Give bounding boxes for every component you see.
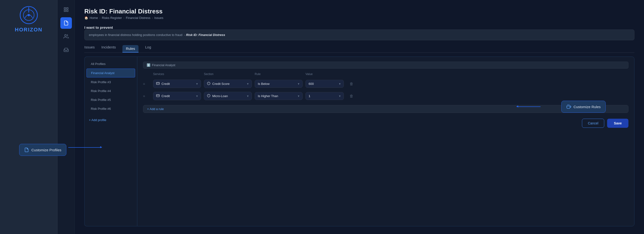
svg-rect-6 (64, 10, 66, 12)
nav-document[interactable] (60, 17, 72, 29)
rule-select-1[interactable]: Is Below ▾ (255, 80, 302, 88)
rule-label-1: Is Below (258, 82, 270, 86)
section-label-1: Credit Score (212, 82, 230, 86)
prevention-risk: Risk ID: Financial Distress (186, 33, 225, 37)
prevention-box: employees in financial distress holding … (84, 30, 634, 40)
profile-risk5[interactable]: Risk Profile #5 (86, 96, 135, 104)
breadcrumb-issues: Issues (154, 16, 164, 20)
service-select-2[interactable]: Credit ▾ (153, 92, 201, 100)
nav-users[interactable] (60, 31, 72, 42)
svg-rect-9 (156, 82, 160, 84)
value-select-2[interactable]: 1 ▾ (306, 92, 344, 100)
prevention-text: employees in financial distress holding … (89, 33, 182, 37)
cancel-button[interactable]: Cancel (582, 119, 604, 128)
brand-name: HORIZON (15, 27, 42, 33)
tab-issues[interactable]: Issues (84, 45, 95, 53)
rule-label-2: Is Higher Than (258, 94, 278, 98)
rule-row-1: ≡ Credit ▾ (143, 80, 628, 88)
info-icon: ℹ️ (146, 63, 150, 67)
header-rule: Rule (255, 72, 302, 76)
profile-risk3[interactable]: Risk Profile #3 (86, 78, 135, 86)
chevron-rule-2: ▾ (298, 94, 300, 98)
drag-handle-2[interactable]: ≡ (143, 94, 150, 98)
customize-rules-icon (566, 104, 571, 109)
section-select-2[interactable]: Micro-Loan ▾ (204, 92, 252, 100)
rule-row-2: ≡ Credit ▾ (143, 92, 628, 100)
nav-sidebar (58, 0, 75, 234)
svg-rect-7 (66, 10, 68, 12)
prevention-label: I want to prevent (84, 26, 634, 30)
value-select-1[interactable]: 600 ▾ (306, 80, 344, 88)
add-profile-button[interactable]: + Add profile (84, 115, 137, 125)
service-label-2: Credit (162, 94, 170, 98)
chevron-value-2: ▾ (339, 94, 341, 98)
rules-panel: ℹ️ Financial Analyst Services Section Ru… (137, 57, 634, 226)
profile-all-profiles[interactable]: All Profiles (86, 60, 135, 68)
panels: All Profiles Financial Analyst Risk Prof… (84, 57, 634, 226)
breadcrumb-distress: Financial Distress (126, 16, 150, 20)
credit-icon-2 (156, 94, 160, 98)
prevention-section: I want to prevent employees in financial… (84, 24, 634, 40)
brand-panel: HORIZON (0, 0, 58, 234)
main-content: Risk ID: Financial Distress 🏠 Home › Ris… (75, 0, 644, 234)
header-value: Value (306, 72, 344, 76)
tab-rules[interactable]: Rules (122, 45, 138, 53)
section-icon-1 (207, 82, 210, 86)
chevron-service-1: ▾ (196, 82, 198, 86)
action-row: Cancel Save (143, 119, 628, 128)
customize-profiles-icon (24, 147, 29, 152)
profile-risk4[interactable]: Risk Profile #4 (86, 87, 135, 95)
delete-rule-1[interactable]: 🗑 (347, 82, 356, 86)
service-label-1: Credit (162, 82, 170, 86)
header-section: Section (204, 72, 252, 76)
profile-risk6[interactable]: Risk Profile #6 (86, 105, 135, 113)
sep2: › (124, 16, 124, 20)
arrow-rules (516, 106, 540, 107)
tab-log[interactable]: Log (145, 45, 151, 53)
breadcrumb-home: Home (90, 16, 98, 20)
home-icon: 🏠 (84, 16, 88, 20)
drag-handle-1[interactable]: ≡ (143, 82, 150, 86)
customize-profiles-callout: Customize Profiles (19, 144, 66, 156)
chevron-service-2: ▾ (196, 94, 198, 98)
chevron-section-1: ▾ (247, 82, 249, 86)
svg-rect-5 (66, 8, 68, 9)
section-label-2: Micro-Loan (212, 94, 228, 98)
rule-column-headers: Services Section Rule Value (143, 72, 628, 76)
section-icon-2 (207, 94, 210, 98)
svg-point-3 (28, 14, 30, 16)
rule-select-2[interactable]: Is Higher Than ▾ (255, 92, 302, 100)
section-select-1[interactable]: Credit Score ▾ (204, 80, 252, 88)
customize-rules-label: Customize Rules (574, 105, 601, 109)
arrow-profiles (68, 147, 102, 148)
tabs-row: Issues Incidents Rules Log (84, 45, 634, 53)
profile-panel: All Profiles Financial Analyst Risk Prof… (84, 57, 137, 226)
chevron-value-1: ▾ (339, 82, 341, 86)
svg-point-8 (64, 35, 66, 36)
nav-grid[interactable] (60, 4, 72, 15)
credit-icon-1 (156, 82, 160, 86)
tab-incidents[interactable]: Incidents (101, 45, 116, 53)
save-button[interactable]: Save (607, 119, 628, 128)
svg-rect-14 (156, 94, 160, 97)
svg-rect-4 (64, 8, 66, 9)
chevron-rule-1: ▾ (298, 82, 300, 86)
analyst-badge: ℹ️ Financial Analyst (143, 62, 628, 69)
page-header: Risk ID: Financial Distress 🏠 Home › Ris… (84, 8, 634, 20)
value-label-1: 600 (308, 82, 314, 86)
customize-profiles-label: Customize Profiles (32, 148, 61, 152)
brand-logo: HORIZON (14, 5, 43, 34)
delete-rule-2[interactable]: 🗑 (347, 94, 356, 98)
add-rule-button[interactable]: + Add a rule (143, 105, 628, 113)
sep3: › (152, 16, 153, 20)
nav-inbox[interactable] (60, 44, 72, 56)
analyst-badge-label: Financial Analyst (152, 63, 176, 67)
customize-rules-callout: Customize Rules (561, 101, 606, 113)
profile-financial-analyst[interactable]: Financial Analyst (86, 69, 135, 77)
breadcrumb: 🏠 Home › Risks Register › Financial Dist… (84, 16, 634, 20)
service-select-1[interactable]: Credit ▾ (153, 80, 201, 88)
horizon-logo-icon (19, 6, 38, 25)
page-title: Risk ID: Financial Distress (84, 8, 634, 15)
breadcrumb-risks: Risks Register (102, 16, 122, 20)
sep1: › (100, 16, 100, 20)
